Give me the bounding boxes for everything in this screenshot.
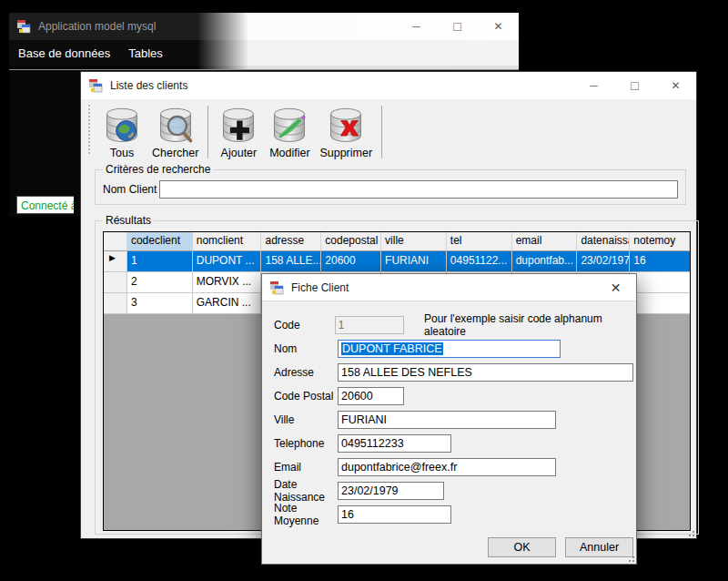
close-icon: ✕ [671, 79, 680, 92]
column-header-codeclient[interactable]: codeclient [127, 232, 193, 251]
main-window-title: Application model mysql [38, 20, 156, 33]
minimize-button[interactable]: ─ [573, 72, 614, 99]
ville-label: Ville [274, 413, 338, 426]
email-label: Email [274, 461, 338, 474]
cell-nomclient[interactable]: DUPONT ... [193, 251, 262, 272]
telephone-label: Telephone [274, 437, 338, 450]
close-button[interactable]: ✕ [478, 13, 519, 40]
results-group-title: Résultats [103, 214, 154, 227]
cell-datenaissance[interactable]: 23/02/1979 [577, 251, 630, 272]
modifier-label: Modifier [269, 147, 309, 159]
main-titlebar[interactable]: Application model mysql ─ □ ✕ [9, 13, 519, 40]
tous-label: Tous [110, 147, 134, 159]
nom-client-label: Nom Client [103, 183, 159, 196]
winforms-app-icon [269, 280, 284, 295]
maximize-button[interactable]: □ [437, 13, 478, 40]
ville-field[interactable]: FURIANI [338, 411, 556, 429]
annuler-button[interactable]: Annuler [565, 537, 633, 557]
main-menubar: Base de données Tables [9, 40, 519, 66]
nom-field[interactable]: DUPONT FABRICE [338, 340, 561, 358]
column-header-ville[interactable]: ville [381, 232, 447, 251]
minimize-icon: ─ [590, 79, 598, 92]
fiche-client-dialog: Fiche Client ✕ Code 1 Pour l'exemple sai… [261, 273, 637, 565]
row-selector[interactable] [104, 293, 127, 314]
adresse-label: Adresse [274, 366, 338, 379]
selected-text: DUPONT FABRICE [341, 342, 443, 355]
supprimer-label: Supprimer [319, 147, 372, 159]
column-header-nomclient[interactable]: nomclient [193, 232, 262, 251]
menu-item-base-de-donnees[interactable]: Base de données [9, 42, 119, 65]
cell-codepostal[interactable]: 20600 [321, 251, 381, 272]
search-criteria-group: Critères de recherche Nom Client [95, 163, 686, 205]
adresse-field[interactable]: 158 ALLEE DES NEFLES [338, 363, 633, 382]
cell-codeclient[interactable]: 3 [127, 293, 193, 314]
maximize-button[interactable]: □ [614, 72, 655, 99]
email-field[interactable]: dupontfabrice@freex.fr [338, 458, 556, 476]
close-icon: ✕ [493, 20, 502, 33]
column-header-email[interactable]: email [512, 232, 578, 251]
grid-header-row: codeclient nomclient adresse codepostal … [104, 232, 690, 251]
connection-status-label: Connecté à [16, 196, 74, 214]
ok-button[interactable]: OK [488, 537, 556, 557]
cell-ville[interactable]: FURIANI [381, 251, 447, 272]
cell-notemoy[interactable] [630, 293, 690, 314]
note-moyenne-label: Note Moyenne [274, 502, 338, 527]
cell-adresse[interactable]: 158 ALLE... [261, 251, 321, 272]
chercher-button[interactable]: Chercher [147, 106, 203, 161]
row-selector[interactable] [104, 272, 127, 293]
column-header-adresse[interactable]: adresse [261, 232, 321, 251]
database-edit-icon [268, 107, 310, 147]
tous-button[interactable]: Tous [96, 106, 147, 161]
maximize-icon: □ [453, 19, 460, 34]
main-client-top-edge [9, 66, 519, 70]
cell-notemoy[interactable]: 16 [630, 251, 690, 272]
column-header-notemoy[interactable]: notemoy [630, 232, 690, 251]
close-button[interactable]: ✕ [595, 274, 636, 301]
cell-tel[interactable]: 04951122... [447, 251, 512, 272]
cell-notemoy[interactable] [630, 272, 690, 293]
liste-window-title: Liste des clients [110, 79, 187, 92]
chercher-label: Chercher [152, 147, 198, 159]
toolbar: Tous Chercher Ajouter [81, 99, 696, 161]
ajouter-button[interactable]: Ajouter [213, 106, 264, 161]
menu-item-tables[interactable]: Tables [119, 42, 172, 65]
modifier-button[interactable]: Modifier [264, 106, 315, 161]
database-search-icon [155, 107, 197, 147]
dialog-body: Code 1 Pour l'exemple saisir code alphan… [262, 301, 636, 565]
row-pointer-icon[interactable]: ▶ [104, 251, 127, 272]
close-icon: ✕ [611, 280, 622, 295]
code-hint-text: Pour l'exemple saisir code alphanum alea… [424, 312, 636, 338]
cell-codeclient[interactable]: 1 [127, 251, 193, 272]
minimize-button[interactable]: ─ [396, 13, 437, 40]
close-button[interactable]: ✕ [655, 72, 696, 99]
column-header-tel[interactable]: tel [447, 232, 512, 251]
liste-titlebar[interactable]: Liste des clients ─ □ ✕ [81, 72, 696, 99]
search-group-title: Critères de recherche [103, 163, 213, 176]
date-naissance-field[interactable]: 23/02/1979 [338, 482, 444, 500]
code-field: 1 [335, 316, 404, 334]
telephone-field[interactable]: 0495112233 [338, 434, 451, 453]
toolbar-grip[interactable] [88, 105, 93, 154]
column-header-codepostal[interactable]: codepostal [321, 232, 381, 251]
resize-grip[interactable] [686, 528, 694, 536]
cell-email[interactable]: dupontfab... [512, 251, 578, 272]
code-postal-label: Code Postal [274, 390, 338, 403]
supprimer-button[interactable]: Supprimer [315, 106, 377, 161]
resize-grip[interactable] [626, 554, 634, 562]
cell-nomclient[interactable]: GARCIN ... [193, 293, 262, 314]
column-header-datenaissance[interactable]: datenaissance [577, 232, 630, 251]
winforms-app-icon [16, 19, 31, 34]
dialog-titlebar[interactable]: Fiche Client ✕ [262, 274, 636, 301]
toolbar-separator [207, 106, 208, 158]
cell-codeclient[interactable]: 2 [127, 272, 193, 293]
nom-client-input[interactable] [159, 180, 678, 199]
maximize-icon: □ [631, 78, 638, 93]
cell-nomclient[interactable]: MORVIX ... [193, 272, 262, 293]
note-moyenne-field[interactable]: 16 [338, 505, 451, 524]
dialog-title: Fiche Client [291, 281, 349, 294]
toolbar-separator [381, 106, 382, 158]
ajouter-label: Ajouter [221, 147, 258, 159]
code-postal-field[interactable]: 20600 [338, 387, 404, 405]
date-naissance-label: Date Naissance [274, 478, 338, 504]
table-row[interactable]: ▶ 1 DUPONT ... 158 ALLE... 20600 FURIANI… [104, 251, 690, 272]
